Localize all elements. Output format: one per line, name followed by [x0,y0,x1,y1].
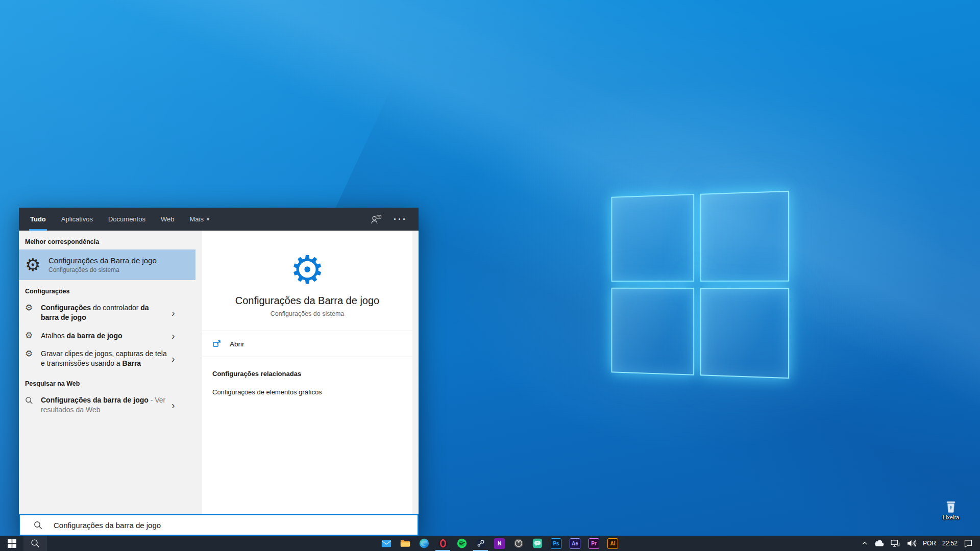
windows-logo-pane [611,288,695,375]
system-tray: POR 22:52 [858,536,980,551]
search-input[interactable] [54,521,410,530]
steam-icon [475,538,486,549]
related-setting-link[interactable]: Configurações de elementos gráficos [212,388,412,396]
tab-mais[interactable]: Mais▾ [189,208,209,231]
result-item[interactable]: Configurações da barra de jogo - Ver res… [19,391,195,419]
opera-gx-icon [437,538,449,549]
open-action-label: Abrir [230,340,244,348]
taskbar-app-onenote[interactable]: N [490,536,509,551]
search-panel-header: TudoAplicativosDocumentosWebMais▾ ··· [19,208,419,231]
taskbar-app-illustrator[interactable]: Ai [603,536,622,551]
best-match-result[interactable]: ⚙ Configurações da Barra de jogo Configu… [19,249,195,280]
tab-aplicativos[interactable]: Aplicativos [61,208,93,231]
windows-logo-pane [611,194,695,282]
chevron-down-icon: ▾ [207,216,209,222]
result-item-text: Atalhos da barra de jogo [41,331,169,341]
gear-icon: ⚙ [25,331,41,340]
related-settings-list: Configurações de elementos gráficos [202,388,412,396]
edge-icon [419,538,430,549]
tray-chevron-up-icon[interactable] [858,536,871,551]
result-item[interactable]: ⚙Gravar clipes de jogos, capturas de tel… [19,345,195,372]
file-explorer-icon [400,538,411,549]
search-box [19,514,419,536]
taskbar-app-spotify[interactable] [452,536,471,551]
tab-web[interactable]: Web [161,208,175,231]
chevron-right-icon: › [169,400,180,410]
taskbar-app-photoshop[interactable]: Ps [547,536,566,551]
action-center-icon[interactable] [961,536,976,551]
taskbar-search-button[interactable] [23,536,47,551]
tab-tudo[interactable]: Tudo [30,208,46,231]
language-label: POR [923,540,936,547]
result-item[interactable]: ⚙Configurações do controlador da barra d… [19,299,195,327]
chevron-right-icon: › [169,331,180,341]
taskbar-app-after-effects[interactable]: Ae [566,536,584,551]
preview-pane: ⚙ Configurações da Barra de jogo Configu… [202,231,412,514]
tab-label: Tudo [30,215,46,223]
illustrator-icon: Ai [607,538,618,549]
search-icon [25,395,41,407]
mail-icon [381,538,392,549]
tab-label: Aplicativos [61,215,93,223]
search-results-area: Melhor correspondência ⚙ Configurações d… [19,231,419,514]
best-match-header: Melhor correspondência [25,238,189,245]
taskbar-app-mail[interactable] [377,536,396,551]
taskbar: NPsAePrAi [0,536,980,551]
spotify-icon [456,538,468,549]
network-icon[interactable] [888,536,903,551]
volume-icon[interactable] [903,536,920,551]
result-item[interactable]: ⚙Atalhos da barra de jogo› [19,327,195,345]
recycle-bin-desktop-icon[interactable]: Lixeira [935,500,967,520]
taskbar-app-file-explorer[interactable] [396,536,414,551]
best-match-title: Configurações da Barra de jogo [48,256,157,265]
taskbar-app-obs[interactable] [509,536,528,551]
onenote-icon: N [494,538,505,549]
taskbar-app-premiere[interactable]: Pr [584,536,603,551]
clock[interactable]: 22:52 [939,536,961,551]
onedrive-cloud-icon[interactable] [871,536,888,551]
recycle-bin-icon [945,500,957,513]
divider [202,357,412,357]
gear-icon: ⚙ [25,303,41,313]
premiere-icon: Pr [589,538,599,549]
tab-documentos[interactable]: Documentos [108,208,145,231]
gear-icon: ⚙ [202,249,412,291]
after-effects-icon: Ae [570,538,580,549]
taskbar-app-edge[interactable] [414,536,433,551]
preview-title: Configurações da Barra de jogo [202,295,412,307]
recycle-bin-label: Lixeira [935,514,967,520]
taskbar-app-chat[interactable] [528,536,547,551]
tab-label: Documentos [108,215,145,223]
open-action[interactable]: Abrir [202,331,412,357]
chat-icon [532,538,543,549]
gear-icon: ⚙ [25,256,48,273]
scrollbar-gutter[interactable] [412,231,419,514]
search-tabs: TudoAplicativosDocumentosWebMais▾ [30,208,209,231]
windows-logo-pane [700,191,789,282]
user-feedback-icon[interactable] [370,214,382,224]
header-icons: ··· [370,214,407,224]
windows-start-icon [8,539,16,548]
language-indicator[interactable]: POR [920,536,939,551]
result-item-text: Configurações da barra de jogo - Ver res… [41,395,169,415]
result-item-text: Gravar clipes de jogos, capturas de tela… [41,349,169,368]
time-label: 22:52 [942,540,958,547]
search-icon [31,539,40,548]
windows-logo-wallpaper [611,191,790,379]
more-options-icon[interactable]: ··· [394,217,407,222]
result-sections: Configurações⚙Configurações do controlad… [19,280,195,419]
chevron-right-icon: › [169,354,180,364]
chevron-right-icon: › [169,308,180,318]
obs-icon [513,538,524,549]
taskbar-app-opera-gx[interactable] [433,536,452,551]
best-match-subtitle: Configurações do sistema [48,266,157,273]
best-match-text: Configurações da Barra de jogo Configura… [48,256,157,273]
tab-label: Web [161,215,175,223]
gear-icon: ⚙ [25,349,41,359]
section-header: Configurações [25,288,189,295]
photoshop-icon: Ps [551,538,561,549]
start-button[interactable] [0,536,23,551]
windows-search-panel: TudoAplicativosDocumentosWebMais▾ ··· Me… [19,208,419,536]
open-icon [212,339,222,348]
taskbar-app-steam[interactable] [471,536,490,551]
